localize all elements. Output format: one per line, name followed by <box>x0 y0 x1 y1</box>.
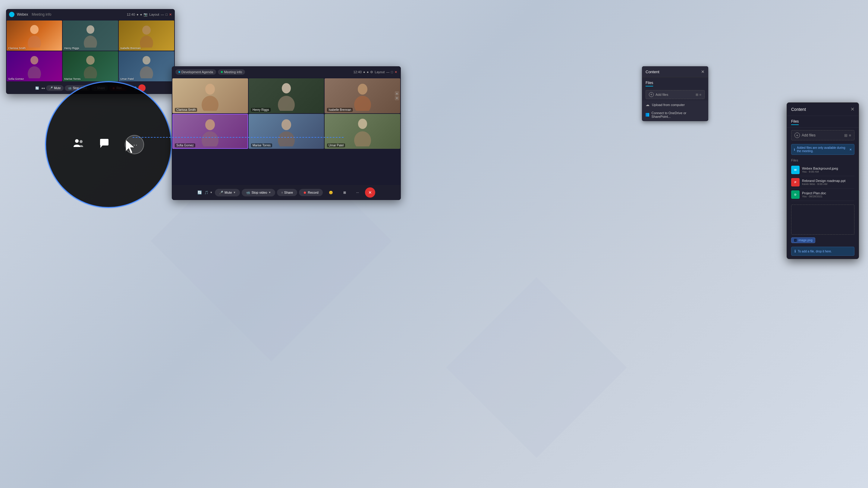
mute-label-small: Mute <box>54 87 61 90</box>
three-dots-icon-large: ··· <box>356 191 359 194</box>
maximize-btn-small[interactable]: □ <box>165 13 167 16</box>
svg-point-25 <box>358 119 367 129</box>
svg-point-24 <box>278 131 295 147</box>
list-icon-small: ≡ <box>700 93 701 97</box>
window-tabs-large: Development Agenda Meeting info <box>176 69 245 75</box>
close-btn-small[interactable]: ✕ <box>169 13 172 17</box>
svg-point-4 <box>142 26 151 35</box>
scroll-down-large[interactable]: ▼ <box>395 96 399 100</box>
maximize-btn-large[interactable]: □ <box>391 70 393 74</box>
avatar2-icon-small: ● <box>140 13 142 16</box>
upload-from-computer-item[interactable]: ☁ Upload from computer <box>642 100 708 109</box>
end-call-btn-large[interactable]: ✕ <box>365 187 375 198</box>
content-panel-small-title: Content <box>646 70 659 74</box>
tab-label-dev-agenda: Development Agenda <box>181 70 213 74</box>
participants-icon[interactable] <box>73 138 84 152</box>
video-cell-marise-large: Marise Torres <box>249 114 324 149</box>
add-icon-large: + <box>795 133 800 138</box>
connect-onedrive-item[interactable]: Connect to OneDrive or SharePoint... <box>642 109 708 121</box>
reaction-btn-large[interactable]: 😊 <box>324 189 337 196</box>
file-item-doc[interactable]: D Project Plan.doc You · 08/28/2021 <box>791 189 855 201</box>
video-placeholder-6-small <box>119 51 174 82</box>
minimize-btn-small[interactable]: — <box>161 13 164 16</box>
share-btn-large[interactable]: ↑ Share <box>277 189 297 196</box>
audio-settings-btn[interactable]: 🎵 ▼ <box>204 190 213 195</box>
video-cell-henry-large: Henry Riggs <box>249 78 324 113</box>
side-scroll-large: ▲ ▼ <box>395 91 399 100</box>
content-panel-large-close[interactable]: ✕ <box>850 106 855 112</box>
layout-btn-large[interactable]: Layout <box>375 70 384 74</box>
webex-logo-small <box>9 12 14 17</box>
svg-point-2 <box>87 25 94 34</box>
info-banner-close-large[interactable]: ✕ <box>849 148 852 151</box>
record-btn-large[interactable]: ⏺ Record <box>299 189 322 196</box>
file-icon-ppt: P <box>791 178 800 187</box>
content-panel-large: Content ✕ Files + Add files ⊞ ≡ ℹ Added … <box>786 102 859 259</box>
svg-point-1 <box>28 36 41 47</box>
more-options-large[interactable]: ··· <box>352 189 363 196</box>
drop-zone-large[interactable] <box>791 204 855 235</box>
video-cell-isabelle-large: Isabelle Brennan <box>324 78 400 113</box>
tab-meeting-info-large[interactable]: Meeting info <box>218 69 245 75</box>
file-name-ppt: Rebrand Design roadmap.ppt <box>802 179 855 183</box>
mute-btn-large[interactable]: 🎤 Mute ▼ <box>215 189 240 196</box>
add-files-btn-small[interactable]: + Add files ⊞ ≡ <box>646 90 705 99</box>
apps-btn-large[interactable]: ⊞ <box>339 189 350 196</box>
chat-icon[interactable] <box>99 138 110 152</box>
file-item-ppt[interactable]: P Rebrand Design roadmap.ppt Kevin Woo ·… <box>791 176 855 189</box>
cp-right-controls-small: ⊞ ≡ <box>695 93 701 97</box>
grid-icon-large: ⊞ <box>844 133 847 138</box>
svg-point-18 <box>278 96 295 111</box>
avatar-icon-small: ● <box>136 13 138 16</box>
content-panel-small-header: Content ✕ <box>642 66 708 77</box>
titlebar-small: Webex Meeting info 12:40 ● ● 📷 Layout — … <box>6 9 175 20</box>
cursor-arrow <box>124 138 136 156</box>
participant-name-2-small: Henry Riggs <box>64 47 79 50</box>
svg-point-0 <box>30 25 38 34</box>
minimize-btn-large[interactable]: — <box>386 70 390 74</box>
tab-files-large[interactable]: Files <box>791 119 799 125</box>
info-icon-large: ℹ <box>794 148 795 151</box>
meeting-info-tab-small[interactable]: Meeting info <box>32 12 51 17</box>
video-cell-henry-small: Henry Riggs <box>63 21 118 51</box>
layout-btn-small[interactable]: Layout <box>149 13 159 16</box>
content-panel-small: Content ✕ Files + Add files ⊞ ≡ ☁ Upload… <box>642 66 708 121</box>
content-panel-small-tabs: Files <box>642 77 708 89</box>
share-label-large: Share <box>284 191 293 194</box>
svg-point-7 <box>28 66 41 78</box>
tab-dot-green <box>221 71 223 73</box>
image-badge-large: 🖼 image.png <box>791 237 815 243</box>
svg-point-16 <box>202 96 218 111</box>
image-icon-large: 🖼 <box>794 238 797 242</box>
stop-video-label-large: Stop video <box>251 191 267 194</box>
mute-btn-small[interactable]: 🎤 Mute <box>46 85 64 91</box>
record-label-large: Record <box>308 191 318 194</box>
participant-name-6-small: Umar Patel <box>120 77 134 80</box>
file-item-webex[interactable]: W Webex Background.jpeg You · 9:00 AM <box>791 164 855 176</box>
close-btn-large[interactable]: ✕ <box>395 70 397 74</box>
grid-icon-small: ⊞ <box>695 93 698 97</box>
svg-point-13 <box>80 140 83 143</box>
video-cell-clarissa-large: Clarissa Smith <box>173 78 248 113</box>
tab-files-small[interactable]: Files <box>646 80 653 87</box>
settings-icon-large[interactable]: ⚙ <box>370 70 373 74</box>
add-files-btn-large[interactable]: + Add files ⊞ ≡ <box>791 130 855 140</box>
mic-icon-small: 🎤 <box>49 87 53 90</box>
share-icon-large: ↑ <box>281 191 283 194</box>
svg-point-20 <box>354 96 371 111</box>
scroll-up-large[interactable]: ▲ <box>395 91 399 96</box>
file-meta-doc: You · 08/28/2021 <box>802 195 855 198</box>
content-panel-small-close[interactable]: ✕ <box>701 69 705 74</box>
tab-development-agenda[interactable]: Development Agenda <box>176 69 216 75</box>
svg-point-3 <box>84 36 97 47</box>
svg-point-10 <box>143 56 150 64</box>
circle-menu: ··· <box>45 82 172 208</box>
more-small-tb[interactable]: ●● <box>41 87 45 90</box>
onedrive-icon-small <box>646 113 649 117</box>
file-name-doc: Project Plan.doc <box>802 191 855 195</box>
end-call-icon-large: ✕ <box>368 190 372 195</box>
apps-icon-large: ⊞ <box>343 191 346 195</box>
stop-video-btn-large[interactable]: 📹 Stop video ▼ <box>242 189 275 196</box>
participant-name-clarissa-large: Clarissa Smith <box>175 108 197 112</box>
svg-point-17 <box>282 83 291 93</box>
